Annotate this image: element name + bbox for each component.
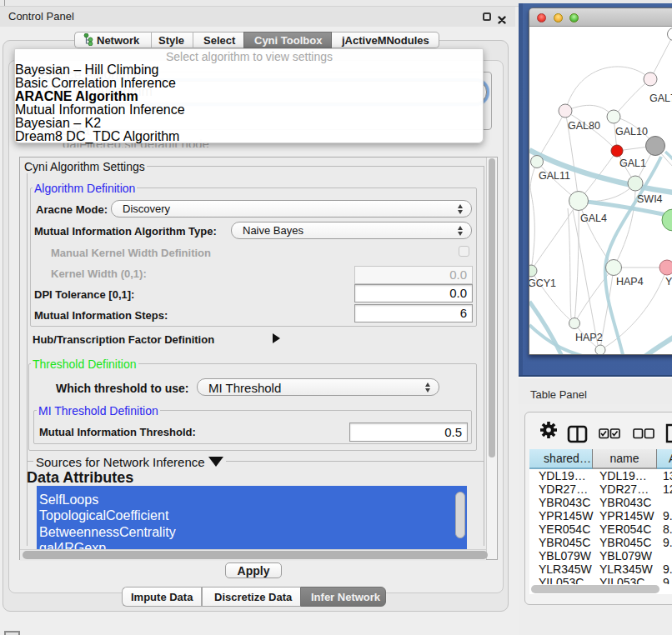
svg-text:GAL7: GAL7 [649, 92, 672, 104]
svg-text:GAL4: GAL4 [580, 212, 607, 224]
svg-text:GAL1: GAL1 [619, 158, 646, 169]
svg-text:GAL11: GAL11 [539, 170, 570, 182]
svg-text:GAL80: GAL80 [568, 120, 600, 132]
svg-text:GAL10: GAL10 [615, 126, 648, 138]
svg-text:HAP4: HAP4 [616, 276, 644, 288]
svg-text:GCY1: GCY1 [529, 278, 556, 289]
svg-text:Y: Y [665, 276, 672, 288]
svg-text:HAP2: HAP2 [575, 332, 603, 343]
svg-text:SWI4: SWI4 [637, 193, 663, 205]
